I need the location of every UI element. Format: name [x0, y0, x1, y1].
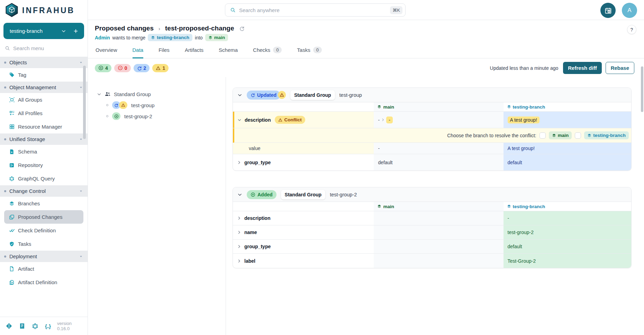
search-icon	[230, 7, 236, 13]
breadcrumb-parent[interactable]: Proposed changes	[95, 25, 154, 32]
property-name: description	[244, 215, 270, 221]
sidebar-item-proposed-changes[interactable]: Proposed Changes	[4, 210, 83, 224]
section-change-control[interactable]: Change Control	[0, 185, 88, 197]
conflict-badge-label: Conflict	[284, 117, 301, 122]
diff-card-test-group: Updated Standard Group test-group main	[233, 87, 632, 171]
caret-down-icon	[79, 86, 83, 89]
sidebar-item-all-groups[interactable]: All Groups	[0, 93, 88, 106]
sidebar-item-resource-manager[interactable]: Resource Manager	[0, 120, 88, 133]
tab-label: Data	[133, 47, 144, 53]
resolve-prompt: Choose the branch to resolve the conflic…	[447, 133, 536, 138]
conflict-count: 1	[162, 65, 165, 71]
git-version-icon[interactable]	[6, 323, 12, 329]
tree-node-test-group[interactable]: test-group	[106, 101, 220, 109]
property-cell[interactable]: group_type	[233, 154, 374, 170]
sidebar-item-branches[interactable]: Branches	[0, 197, 88, 210]
branch-stack-icon	[377, 204, 381, 208]
target-branch-header: testing-branch	[504, 202, 631, 211]
added-icon	[112, 112, 120, 120]
resolve-main-label: main	[558, 133, 569, 138]
object-kind-badge: Standard Group	[281, 190, 326, 199]
swagger-icon[interactable]: {..}	[45, 323, 51, 329]
target-branch-name: main	[214, 35, 225, 40]
sidebar-item-graphql-query[interactable]: GraphQL Query	[0, 172, 88, 185]
menu-search-input[interactable]	[13, 45, 69, 51]
diff-row-description: description Conflict - -	[233, 112, 631, 128]
sidebar-item-tag[interactable]: Tag	[0, 68, 88, 82]
rebase-button[interactable]: Rebase	[606, 62, 634, 74]
merge-line: Admin wants to merge testing-branch into…	[95, 34, 636, 41]
sidebar-item-artifact[interactable]: Artifact	[0, 262, 88, 276]
refresh-icon[interactable]	[239, 26, 245, 31]
sidebar-item-tasks[interactable]: Tasks	[0, 237, 88, 251]
sidebar-item-all-profiles[interactable]: All Profiles	[0, 106, 88, 120]
global-search-input[interactable]	[239, 7, 387, 13]
page-scrollbar[interactable]	[641, 66, 643, 112]
section-deployment[interactable]: Deployment	[0, 251, 88, 262]
tab-artifacts[interactable]: Artifacts	[185, 47, 203, 58]
tree-node-test-group-2[interactable]: test-group-2	[106, 112, 220, 120]
help-button[interactable]: ?	[627, 25, 636, 34]
branches-icon	[9, 201, 15, 206]
property-cell[interactable]: group_type	[233, 240, 374, 253]
added-count-badge: 4	[95, 64, 111, 72]
scheduler-button[interactable]	[600, 3, 616, 18]
brand-name: INFRAHUB	[22, 6, 75, 15]
section-unified-storage[interactable]: Unified Storage	[0, 133, 88, 145]
group-icon	[105, 91, 111, 97]
tab-checks[interactable]: Checks0	[253, 47, 282, 58]
object-name: test-group-2	[330, 192, 357, 197]
diff-card-header[interactable]: Updated Standard Group test-group	[233, 88, 631, 102]
base-value-cell	[374, 211, 503, 225]
tab-label: Artifacts	[185, 47, 203, 53]
docs-icon[interactable]	[19, 323, 25, 329]
logo[interactable]: INFRAHUB	[0, 0, 88, 19]
branch-selector[interactable]: testing-branch	[3, 23, 84, 39]
tab-data[interactable]: Data	[133, 47, 144, 58]
target-branch-badge: main	[205, 34, 228, 41]
property-cell[interactable]: name	[233, 225, 374, 239]
branch-stack-icon	[552, 133, 556, 138]
resource-manager-icon	[9, 124, 15, 130]
tab-label: Tasks	[297, 47, 310, 53]
resolve-main-checkbox[interactable]	[539, 132, 546, 139]
menu-search[interactable]	[0, 40, 88, 57]
chevron-down-icon	[237, 93, 242, 97]
global-search[interactable]: ⌘K	[225, 3, 406, 17]
tab-schema[interactable]: Schema	[219, 47, 238, 58]
diff-row-description: description -	[233, 211, 631, 225]
target-branch-header: testing-branch	[504, 102, 631, 111]
chevron-right-icon: ›	[158, 26, 160, 31]
branch-value: default	[508, 244, 522, 249]
sidebar-item-artifact-definition[interactable]: Artifact Definition	[0, 276, 88, 289]
base-value-cell	[374, 225, 503, 239]
bullet-icon	[106, 115, 108, 117]
rotate-icon	[251, 93, 255, 97]
section-label: Change Control	[9, 188, 46, 194]
property-cell[interactable]: label	[233, 254, 374, 268]
add-branch-button[interactable]	[73, 28, 79, 34]
sidebar-item-schema[interactable]: Schema	[0, 145, 88, 158]
tab-tasks[interactable]: Tasks0	[297, 47, 322, 58]
sidebar-item-label: All Groups	[18, 97, 42, 103]
avatar[interactable]: A	[622, 3, 637, 18]
resolve-branch-checkbox[interactable]	[575, 132, 581, 139]
sidebar-item-check-definition[interactable]: Check Definition	[0, 224, 88, 237]
section-objects[interactable]: Objects	[0, 57, 88, 68]
sidebar-menu: Objects Tag Object Management All Groups…	[0, 57, 88, 317]
property-cell[interactable]: description	[233, 211, 374, 225]
property-cell[interactable]: description Conflict	[233, 112, 374, 128]
section-object-management[interactable]: Object Management	[0, 82, 88, 93]
graphql-sandbox-icon[interactable]	[32, 323, 38, 329]
diff-card-header[interactable]: Added Standard Group test-group-2	[233, 187, 631, 202]
sidebar-item-repository[interactable]: Repository	[0, 158, 88, 172]
tab-overview[interactable]: Overview	[96, 47, 117, 58]
tab-label: Checks	[253, 47, 270, 53]
tab-files[interactable]: Files	[158, 47, 170, 58]
tree-node-standard-group[interactable]: Standard Group	[97, 91, 220, 97]
sidebar-scrollbar[interactable]	[83, 66, 86, 139]
refresh-diff-button[interactable]: Refresh diff	[563, 62, 601, 74]
warning-icon	[156, 66, 161, 71]
branch-value-cell: -	[504, 211, 631, 225]
bullet-icon	[4, 62, 6, 64]
